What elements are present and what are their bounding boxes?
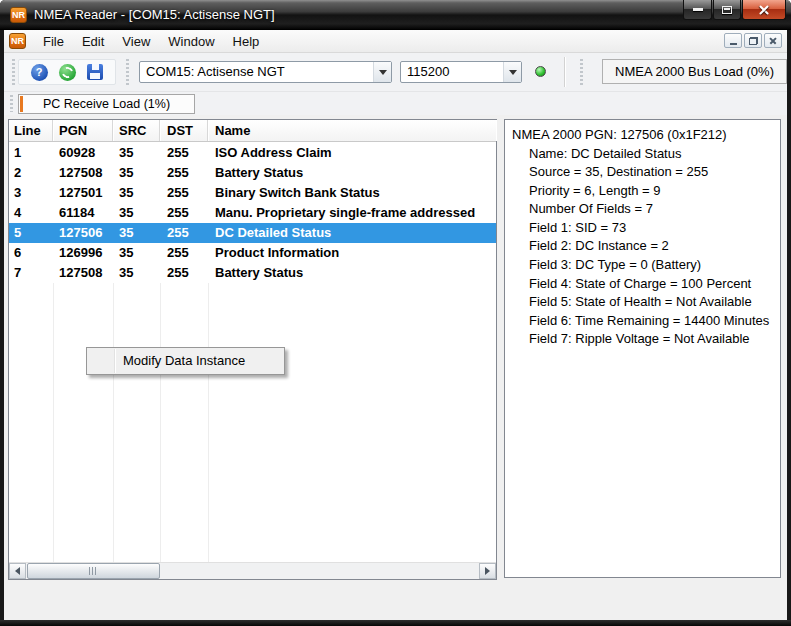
toolbar-gripper[interactable] [580, 59, 583, 85]
menu-view[interactable]: View [113, 30, 159, 53]
detail-line: Field 6: Time Remaining = 14400 Minutes [512, 312, 780, 331]
bus-load-indicator[interactable]: NMEA 2000 Bus Load (0%) [602, 59, 787, 84]
cell-name: Battery Status [208, 163, 496, 183]
menu-file[interactable]: File [34, 30, 73, 53]
detail-line: Source = 35, Destination = 255 [512, 163, 780, 182]
table-row[interactable]: 712750835255Battery Status [9, 263, 496, 283]
document-icon[interactable]: NR [9, 33, 26, 49]
detail-line: Field 7: Ripple Voltage = Not Available [512, 330, 780, 349]
toolbar-icon-group [18, 59, 116, 85]
cell-dst: 255 [160, 223, 208, 243]
maximize-icon [722, 6, 732, 14]
cell-line: 1 [9, 143, 53, 163]
mdi-minimize-button[interactable] [724, 33, 742, 48]
main-toolbar: COM15: Actisense NGT 115200 NMEA 2000 Bu… [4, 53, 787, 91]
cell-line: 6 [9, 243, 53, 263]
pgn-title: NMEA 2000 PGN: 127506 (0x1F212) [512, 126, 780, 145]
cell-line: 2 [9, 163, 53, 183]
column-header-dst[interactable]: DST [160, 120, 208, 141]
toolbar-gripper[interactable] [10, 95, 13, 112]
window-frame-edge [0, 620, 791, 626]
table-row[interactable]: 312750135255Binary Switch Bank Status [9, 183, 496, 203]
column-gridline [53, 283, 54, 579]
cell-pgn: 126996 [53, 243, 113, 263]
refresh-icon[interactable] [59, 64, 76, 81]
cell-src: 35 [113, 183, 160, 203]
detail-line: Name: DC Detailed Status [512, 145, 780, 164]
status-led-icon [535, 66, 546, 77]
details-panel: NMEA 2000 PGN: 127506 (0x1F212) Name: DC… [504, 119, 781, 578]
horizontal-scrollbar[interactable] [9, 562, 496, 579]
chevron-down-icon[interactable] [503, 62, 521, 82]
column-gridline [113, 283, 114, 579]
menu-bar: NR File Edit View Window Help [4, 30, 787, 53]
table-row[interactable]: 212750835255Battery Status [9, 163, 496, 183]
cell-dst: 255 [160, 163, 208, 183]
detail-line: Field 4: State of Charge = 100 Percent [512, 275, 780, 294]
context-menu: Modify Data Instance [86, 347, 285, 375]
mdi-restore-button[interactable] [744, 33, 762, 48]
column-gridline [160, 283, 161, 579]
com-port-value: COM15: Actisense NGT [146, 62, 285, 82]
context-menu-item-modify-data-instance[interactable]: Modify Data Instance [123, 348, 245, 374]
window-title: NMEA Reader - [COM15: Actisense NGT] [34, 7, 275, 22]
scroll-right-button[interactable] [479, 563, 496, 579]
cell-dst: 255 [160, 203, 208, 223]
cell-src: 35 [113, 203, 160, 223]
cell-dst: 255 [160, 243, 208, 263]
scrollbar-thumb[interactable] [27, 563, 160, 579]
app-window: NR NMEA Reader - [COM15: Actisense NGT] … [0, 0, 791, 626]
cell-line: 7 [9, 263, 53, 283]
cell-pgn: 127508 [53, 163, 113, 183]
orange-accent-bar [20, 96, 23, 112]
cell-dst: 255 [160, 143, 208, 163]
chevron-down-icon[interactable] [373, 62, 391, 82]
close-icon [758, 4, 770, 16]
toolbar-gripper[interactable] [126, 59, 129, 85]
thumb-grip-icon [89, 567, 98, 575]
com-port-select[interactable]: COM15: Actisense NGT [139, 61, 392, 83]
maximize-button[interactable] [713, 0, 741, 20]
baud-rate-value: 115200 [407, 62, 449, 82]
toolbar-gripper[interactable] [12, 59, 15, 85]
cell-src: 35 [113, 243, 160, 263]
column-gridline [208, 283, 209, 579]
title-bar: NR NMEA Reader - [COM15: Actisense NGT] [0, 0, 791, 30]
minimize-button[interactable] [683, 0, 712, 20]
baud-rate-select[interactable]: 115200 [400, 61, 522, 83]
table-row[interactable]: 46118435255Manu. Proprietary single-fram… [9, 203, 496, 223]
detail-line: Field 2: DC Instance = 2 [512, 237, 780, 256]
column-header-line[interactable]: Line [9, 120, 53, 141]
close-button[interactable] [742, 0, 786, 20]
scroll-left-button[interactable] [9, 563, 26, 579]
cell-name: Manu. Proprietary single-frame addressed [208, 203, 496, 223]
main-area: Line PGN SRC DST Name 16092835255ISO Add… [4, 115, 787, 580]
mdi-close-button[interactable] [764, 33, 782, 48]
pc-receive-load-label: PC Receive Load (1%) [19, 95, 194, 113]
pc-receive-load-indicator[interactable]: PC Receive Load (1%) [18, 94, 195, 114]
save-icon[interactable] [87, 64, 103, 80]
column-header-pgn[interactable]: PGN [53, 120, 113, 141]
cell-name: ISO Address Claim [208, 143, 496, 163]
table-row-selected[interactable]: 512750635255DC Detailed Status [9, 223, 496, 243]
table-row[interactable]: 16092835255ISO Address Claim [9, 143, 496, 163]
table-row[interactable]: 612699635255Product Information [9, 243, 496, 263]
cell-dst: 255 [160, 183, 208, 203]
client-area: NR File Edit View Window Help COM15: Act… [4, 30, 787, 620]
cell-src: 35 [113, 223, 160, 243]
menu-window[interactable]: Window [159, 30, 223, 53]
cell-pgn: 61184 [53, 203, 113, 223]
menu-edit[interactable]: Edit [73, 30, 113, 53]
cell-line: 5 [9, 223, 53, 243]
menu-help[interactable]: Help [224, 30, 269, 53]
cell-name: Product Information [208, 243, 496, 263]
minimize-icon [693, 8, 703, 11]
column-header-name[interactable]: Name [208, 120, 496, 141]
arrow-left-icon [11, 567, 20, 575]
help-icon[interactable] [31, 64, 48, 81]
column-header-src[interactable]: SRC [113, 120, 160, 141]
cell-pgn: 60928 [53, 143, 113, 163]
detail-line: Field 5: State of Health = Not Available [512, 293, 780, 312]
cell-src: 35 [113, 143, 160, 163]
context-menu-gutter [114, 349, 116, 373]
